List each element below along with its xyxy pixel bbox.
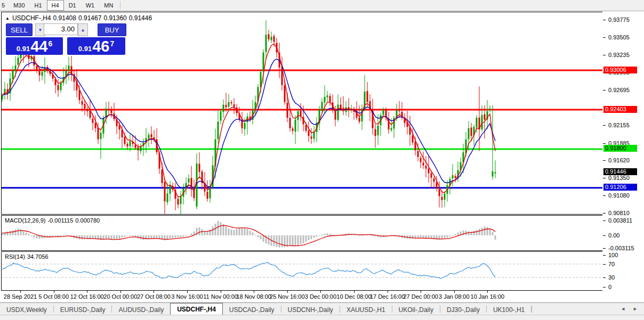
price-tick-mark [603, 178, 606, 178]
date-tick-label: 18 Nov 08:00 [236, 293, 271, 300]
collapse-panel-icon[interactable]: ▲ [5, 16, 10, 21]
sell-button[interactable]: SELL [6, 23, 33, 36]
chart-tab-DJ30-Daily[interactable]: DJ30-,Daily [440, 305, 486, 315]
tab-scroll-left-icon[interactable]: ◄ [621, 306, 625, 311]
price-tick-mark [603, 160, 606, 161]
buy-price-prefix: 0.91 [78, 45, 92, 53]
buy-price-pip: 7 [110, 39, 114, 48]
timeframe-MN[interactable]: MN [99, 0, 118, 11]
timeframe-W1[interactable]: W1 [81, 0, 100, 11]
chart-tab-XAUUSD-H1[interactable]: XAUUSD-,H1 [340, 305, 392, 315]
date-tick-label: 27 Dec 00:00 [403, 293, 438, 300]
timeframe-H1[interactable]: H1 [30, 0, 47, 11]
price-axis[interactable]: 0.937750.935050.932350.929650.926950.921… [602, 11, 644, 302]
price-tick-label: 0.93235 [608, 52, 630, 58]
volume-increase-button[interactable]: ▲ [78, 23, 88, 36]
chart-tab-USDCAD-Daily[interactable]: USDCAD-,Daily [223, 305, 281, 315]
price-tick-label: 0.90810 [608, 210, 630, 216]
date-tick-label: 28 Sep 2021 [4, 293, 37, 300]
sell-price-prefix: 0.91 [17, 45, 30, 53]
chart-tab-USDCNH-Daily[interactable]: USDCNH-,Daily [281, 305, 340, 315]
price-chart-panel[interactable]: ▲USDCHF-,H40.914080.914670.913600.91446 … [1, 12, 603, 215]
chart-tab-bar: USDX,WeeklyEURUSD-,DailyAUDUSD-,DailyUSD… [0, 302, 644, 315]
current-price-badge: 0.91446 [603, 168, 637, 175]
chart-tab-AUDUSD-Daily[interactable]: AUDUSD-,Daily [112, 305, 170, 315]
sell-price-box[interactable]: 0.91446 [6, 37, 63, 55]
date-tick-label: 3 Jan 08:00 [439, 293, 470, 300]
chart-tab-EURUSD-Daily[interactable]: EURUSD-,Daily [54, 305, 112, 315]
rsi-name: RSI(14) [5, 253, 25, 260]
price-tick-mark [603, 143, 606, 144]
date-tick-label: 5 Oct 08:00 [38, 293, 69, 300]
chart-tab-USDCHF-H4[interactable]: USDCHF-,H4 [170, 303, 223, 315]
chart-title: ▲USDCHF-,H40.914080.914670.913600.91446 [5, 14, 154, 22]
date-tick-label: 27 Oct 08:00 [137, 293, 171, 300]
ohlc-low: 0.91360 [103, 14, 126, 22]
timeframe-M30[interactable]: M30 [9, 0, 29, 11]
rsi-tick-label: 70 [608, 261, 615, 267]
level-badge-0.93006[interactable]: 0.93006 [603, 67, 637, 73]
level-badge-0.91206[interactable]: 0.91206 [603, 184, 637, 191]
price-tick-label: 0.91080 [608, 192, 630, 199]
macd-name: MACD(12,26,9) [5, 217, 45, 224]
toolbar-separator [120, 1, 120, 10]
price-tick-mark [603, 195, 606, 196]
date-tick-mark [354, 291, 355, 293]
date-tick-label: 25 Nov 16:00 [270, 293, 304, 300]
macd-tick-label: 0.00 [608, 232, 619, 239]
date-tick-mark [254, 291, 254, 293]
macd-tick-mark [603, 220, 606, 221]
rsi-tick-mark [603, 277, 606, 278]
level-badge-0.92403[interactable]: 0.92403 [603, 106, 637, 113]
date-tick-mark [120, 291, 121, 293]
price-tick-label: 0.93505 [608, 34, 630, 40]
timeframe-H4[interactable]: H4 [47, 0, 64, 11]
ohlc-high: 0.91467 [78, 14, 101, 22]
date-tick-label: 3 Nov 16:00 [171, 293, 203, 300]
date-tick-mark [154, 291, 154, 293]
rsi-tick-label: 100 [608, 252, 618, 258]
chart-tab-USDX-Weekly[interactable]: USDX,Weekly [0, 305, 53, 315]
macd-tick-label: 0.003811 [608, 217, 632, 224]
buy-price-box[interactable]: 0.91467 [67, 37, 125, 55]
date-tick-mark [320, 291, 321, 293]
timeframe-toolbar: 5M30H1H4D1W1MN [0, 0, 644, 11]
buy-button[interactable]: BUY [98, 23, 126, 36]
sell-price-big: 44 [30, 39, 47, 54]
macd-indicator-panel[interactable]: MACD(12,26,9)-0.0011150.000780 [1, 215, 603, 251]
date-tick-mark [20, 291, 21, 293]
rsi-tick-label: 30 [608, 274, 615, 281]
volume-input[interactable]: 3.00 [44, 23, 78, 35]
macd-tick-mark [603, 248, 606, 249]
price-tick-label: 0.92155 [608, 122, 630, 128]
price-tick-label: 0.92695 [608, 87, 630, 93]
tab-scroll-right-icon[interactable]: ► [633, 306, 638, 311]
level-badge-0.91800[interactable]: 0.91800 [603, 145, 637, 152]
timeframe-5[interactable]: 5 [0, 0, 9, 11]
macd-signal-value: 0.000780 [75, 217, 100, 224]
date-tick-mark [388, 291, 388, 293]
date-tick-mark [487, 291, 488, 293]
sell-price-pip: 6 [48, 39, 52, 48]
rsi-tick-mark [603, 264, 606, 265]
timeframe-D1[interactable]: D1 [64, 0, 81, 11]
date-tick-label: 11 Nov 00:00 [203, 293, 238, 300]
rsi-label: RSI(14)34.7056 [5, 253, 51, 260]
date-tick-label: 10 Dec 08:00 [336, 293, 371, 300]
date-tick-label: 10 Jan 16:00 [471, 293, 505, 300]
price-tick-mark [603, 90, 606, 91]
macd-main-value: -0.001115 [47, 217, 73, 224]
date-tick-mark [187, 291, 188, 293]
rsi-indicator-panel[interactable]: RSI(14)34.7056 [1, 251, 603, 291]
price-tick-label: 0.93775 [608, 17, 630, 23]
chart-tab-UKOil-Daily[interactable]: UKOil-,Daily [392, 305, 440, 315]
chart-symbol: USDCHF-,H4 [12, 14, 51, 22]
rsi-tick-label: 0 [608, 284, 611, 290]
price-tick-mark [603, 20, 606, 20]
chart-tab-UK100-H1[interactable]: UK100-,H1 [487, 305, 531, 315]
ohlc-close: 0.91446 [129, 14, 152, 22]
tab-scroll-arrows: ◄► [621, 303, 644, 315]
date-axis[interactable]: 28 Sep 20215 Oct 08:0012 Oct 16:0020 Oct… [1, 291, 643, 302]
buy-price-big: 46 [92, 39, 109, 54]
date-tick-mark [287, 291, 288, 293]
